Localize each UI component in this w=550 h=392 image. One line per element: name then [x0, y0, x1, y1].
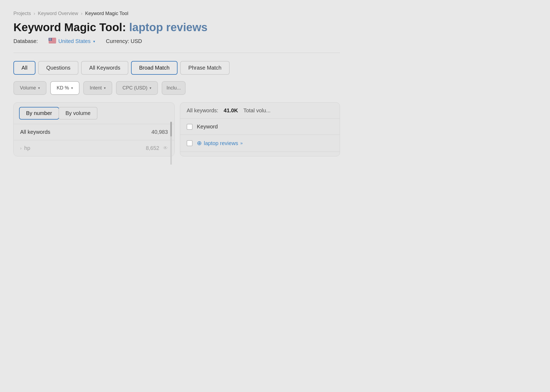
all-keywords-prefix: All keywords: [187, 107, 218, 114]
svg-point-17 [49, 39, 49, 39]
tab-phrase-match[interactable]: Phrase Match [180, 61, 229, 75]
svg-point-25 [51, 39, 51, 39]
breadcrumb-projects[interactable]: Projects [13, 11, 31, 16]
chevron-right-double-icon[interactable]: » [240, 141, 243, 146]
filter-volume-label: Volume [20, 85, 36, 91]
left-panel-all-keywords-row: All keywords 40,983 [14, 124, 174, 140]
tab-all[interactable]: All [13, 61, 35, 75]
breadcrumb-keyword-overview[interactable]: Keyword Overview [38, 11, 78, 16]
total-volume-label: Total volu... [243, 107, 270, 114]
filter-bar: Volume ▾ KD % ▾ Intent ▾ CPC (USD) ▾ Inc… [13, 81, 340, 95]
svg-point-8 [49, 38, 49, 38]
filter-volume[interactable]: Volume ▾ [13, 81, 46, 95]
filter-kd[interactable]: KD % ▾ [50, 81, 79, 95]
all-keywords-count: 41.0K [224, 107, 238, 114]
hp-row-left: › hp [20, 145, 30, 151]
breadcrumb: Projects › Keyword Overview › Keyword Ma… [13, 11, 340, 16]
database-country: United States [58, 38, 91, 44]
page-title-prefix: Keyword Magic Tool: [13, 21, 126, 34]
svg-point-28 [50, 40, 50, 40]
svg-point-9 [49, 38, 50, 38]
svg-point-12 [51, 38, 51, 38]
hp-label[interactable]: hp [24, 145, 30, 151]
svg-point-20 [50, 39, 51, 39]
keyword-column-header: Keyword [197, 124, 218, 130]
filter-cpc[interactable]: CPC (USD) ▾ [116, 81, 158, 95]
all-keywords-label: All keywords [20, 129, 50, 135]
select-all-checkbox[interactable] [187, 124, 193, 130]
svg-point-33 [50, 40, 50, 40]
filter-cpc-label: CPC (USD) [122, 85, 147, 91]
page-title: Keyword Magic Tool: laptop reviews [13, 21, 340, 34]
svg-point-26 [49, 40, 49, 40]
svg-point-22 [49, 39, 49, 39]
svg-point-29 [50, 40, 51, 40]
chevron-down-icon: ▾ [38, 86, 40, 90]
currency-label: Currency: USD [106, 38, 142, 44]
svg-point-10 [50, 38, 50, 38]
filter-include[interactable]: Inclu... [162, 81, 186, 95]
page-wrapper: Projects › Keyword Overview › Keyword Ma… [0, 0, 353, 167]
keyword-link[interactable]: ⊕ laptop reviews » [197, 140, 243, 147]
svg-rect-6 [49, 42, 56, 43]
keyword-value[interactable]: laptop reviews [204, 140, 238, 146]
chevron-down-icon: ▾ [150, 86, 151, 90]
tab-all-keywords[interactable]: All Keywords [81, 61, 128, 75]
svg-point-23 [50, 39, 50, 39]
section-divider [13, 53, 340, 53]
chevron-down-icon: ▾ [93, 39, 95, 44]
svg-rect-5 [49, 42, 56, 42]
database-selector[interactable]: United States ▾ [49, 38, 95, 45]
svg-point-34 [51, 40, 51, 40]
filter-intent-label: Intent [90, 85, 102, 91]
tab-questions[interactable]: Questions [38, 61, 78, 75]
tab-bar: All Questions All Keywords Broad Match P… [13, 61, 340, 75]
main-content: By number By volume All keywords 40,983 … [13, 102, 340, 156]
right-panel-keyword-row[interactable]: ⊕ laptop reviews » [180, 135, 340, 152]
database-row: Database: [13, 38, 340, 45]
hp-row-right: 8,652 👁 [146, 145, 168, 151]
scrollbar-thumb[interactable] [170, 122, 172, 136]
flag-icon [49, 38, 56, 45]
hp-value: 8,652 [146, 145, 159, 151]
svg-point-32 [50, 40, 50, 40]
page-title-keyword-text: laptop reviews [129, 21, 208, 34]
svg-point-11 [50, 38, 51, 38]
filter-kd-label: KD % [57, 85, 69, 91]
filter-intent[interactable]: Intent ▾ [83, 81, 112, 95]
row-checkbox[interactable] [187, 140, 193, 146]
svg-point-13 [49, 38, 49, 39]
chevron-down-icon: ▾ [71, 86, 73, 90]
breadcrumb-sep-2: › [81, 11, 82, 16]
svg-point-21 [51, 39, 51, 39]
breadcrumb-sep-1: › [34, 11, 35, 16]
panel-tab-by-number[interactable]: By number [19, 107, 59, 120]
eye-icon[interactable]: 👁 [163, 145, 168, 151]
all-keywords-value: 40,983 [151, 129, 168, 135]
panel-tab-by-volume[interactable]: By volume [59, 107, 97, 120]
svg-point-27 [49, 40, 50, 40]
right-panel-table-header: Keyword [180, 119, 340, 135]
svg-point-24 [50, 39, 50, 39]
right-panel: All keywords: 41.0K Total volu... Keywor… [180, 102, 340, 156]
svg-point-18 [49, 39, 50, 39]
breadcrumb-keyword-magic-tool: Keyword Magic Tool [85, 11, 128, 16]
right-panel-header: All keywords: 41.0K Total volu... [180, 103, 340, 119]
svg-point-19 [50, 39, 50, 39]
svg-point-15 [50, 38, 50, 39]
add-keyword-icon[interactable]: ⊕ [197, 140, 202, 147]
left-panel-container: By number By volume All keywords 40,983 … [13, 102, 175, 156]
svg-point-16 [51, 38, 51, 39]
chevron-down-icon: ▾ [104, 86, 106, 90]
tab-broad-match[interactable]: Broad Match [131, 61, 178, 75]
filter-include-label: Inclu... [167, 85, 181, 91]
left-panel-header: By number By volume [14, 103, 174, 124]
scrollbar-track [170, 122, 172, 165]
svg-point-31 [49, 40, 49, 40]
svg-point-30 [51, 40, 51, 40]
expand-icon[interactable]: › [20, 146, 21, 151]
svg-point-14 [50, 38, 50, 39]
svg-rect-4 [49, 41, 56, 41]
database-label: Database: [13, 38, 38, 44]
left-panel-hp-row: › hp 8,652 👁 [14, 140, 174, 156]
